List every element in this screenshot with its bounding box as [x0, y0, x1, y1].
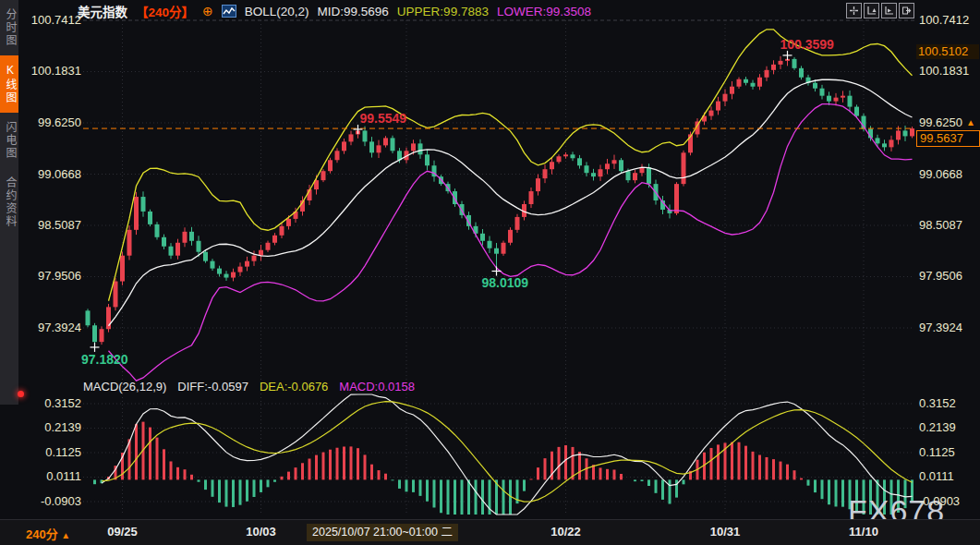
chart-canvas[interactable] — [0, 0, 980, 545]
sidebar-item-lightning[interactable]: 闪电图 — [0, 113, 18, 168]
axis-zoom-right-icon[interactable] — [881, 3, 897, 18]
y-axis-label: 0.0111 — [17, 470, 81, 483]
macd-header: MACD(26,12,9) DIFF:-0.0597 DEA:-0.0676 M… — [83, 380, 415, 394]
macd-indicator-label[interactable]: MACD(26,12,9) — [83, 380, 166, 394]
boll-lower-value: LOWER:99.3508 — [497, 5, 591, 18]
macd-diff-value: DIFF:-0.0597 — [177, 380, 248, 394]
y-axis-label: 0.2139 — [919, 421, 978, 434]
chart-type-sidebar: 分时图 K线图 闪电图 合约资料 — [0, 0, 18, 405]
sidebar-item-contract-info[interactable]: 合约资料 — [0, 168, 18, 236]
period-label[interactable]: 【240分】 — [136, 2, 194, 20]
y-axis-label: 97.9506 — [17, 270, 81, 283]
x-axis-date-label: 10/03 — [236, 525, 287, 539]
macd-dea-value: DEA:-0.0676 — [260, 380, 328, 394]
period-dropdown-icon: ▲ — [61, 530, 70, 540]
chart-header: 美元指数 【240分】 ⊕ BOLL(20,2) MID:99.5696 UPP… — [78, 3, 591, 19]
time-axis-bar: 240分 ▲ 09/2510/0310/2210/3111/10 2025/10… — [0, 519, 980, 545]
axis-zoom-up-icon[interactable] — [864, 3, 879, 18]
y-axis-label: 97.9506 — [919, 270, 978, 283]
expand-icon[interactable]: ⊕ — [202, 6, 213, 17]
trading-app-window: 分时图 K线图 闪电图 合约资料 美元指数 【240分】 ⊕ BOLL(20,2… — [0, 0, 980, 545]
y-axis-label: 100.7412 — [919, 14, 978, 27]
session-high-price-label: 100.5102 — [916, 44, 979, 59]
sidebar-item-kline[interactable]: K线图 — [0, 55, 18, 113]
y-axis-label: 99.0668 — [17, 168, 81, 181]
chart-toolbar — [846, 3, 914, 18]
y-axis-label: 99.0668 — [919, 168, 978, 181]
current-price-box: 99.5637 — [916, 130, 980, 147]
y-axis-label: 0.0111 — [919, 470, 978, 483]
x-axis-date-label: 09/25 — [97, 525, 149, 539]
y-axis-label: -0.0903 — [919, 495, 978, 508]
indicator-logo-icon — [222, 5, 236, 18]
period-selector[interactable]: 240分 ▲ — [26, 525, 70, 542]
extreme-price-annotation: 98.0109 — [482, 275, 529, 290]
extreme-price-annotation: 99.5549 — [360, 111, 407, 126]
x-axis-date-label: 10/31 — [699, 525, 751, 539]
x-axis-date-label: 10/22 — [540, 525, 592, 539]
y-axis-label: 0.2139 — [17, 421, 81, 434]
y-axis-label: 0.3152 — [919, 397, 978, 410]
boll-indicator-label[interactable]: BOLL(20,2) — [245, 5, 309, 18]
extreme-price-annotation: 100.3599 — [780, 37, 834, 52]
crosshair-datetime-box: 2025/10/07 21:00~01:00 二 — [307, 524, 458, 541]
extreme-price-annotation: 97.1820 — [81, 352, 128, 367]
x-axis-date-label: 11/10 — [838, 525, 889, 539]
y-axis-label: 0.1125 — [17, 446, 81, 459]
y-axis-label: 100.7412 — [17, 14, 81, 27]
live-indicator-dot — [18, 391, 24, 397]
y-axis-label: 99.6250 — [17, 116, 81, 129]
crosshair-tool-icon[interactable] — [846, 3, 862, 18]
symbol-title: 美元指数 — [78, 2, 127, 20]
y-axis-label: 100.1831 — [17, 65, 81, 78]
macd-hist-value: MACD:0.0158 — [339, 380, 415, 394]
y-axis-label: 0.3152 — [17, 397, 81, 410]
y-axis-label: 100.1831 — [919, 65, 978, 78]
sidebar-item-timeshare[interactable]: 分时图 — [0, 0, 18, 55]
y-axis-label: 97.3924 — [919, 321, 978, 334]
y-axis-label: 97.3924 — [17, 321, 81, 334]
y-axis-label: 98.5087 — [17, 219, 81, 232]
y-axis-label: 0.1125 — [919, 446, 978, 459]
boll-mid-value: MID:99.5696 — [318, 5, 389, 18]
boll-upper-value: UPPER:99.7883 — [397, 5, 489, 18]
price-up-arrow-icon: ▲ — [966, 117, 975, 127]
pan-right-icon[interactable] — [899, 3, 914, 18]
y-axis-label: 98.5087 — [919, 219, 978, 232]
y-axis-label: -0.0903 — [17, 495, 81, 508]
